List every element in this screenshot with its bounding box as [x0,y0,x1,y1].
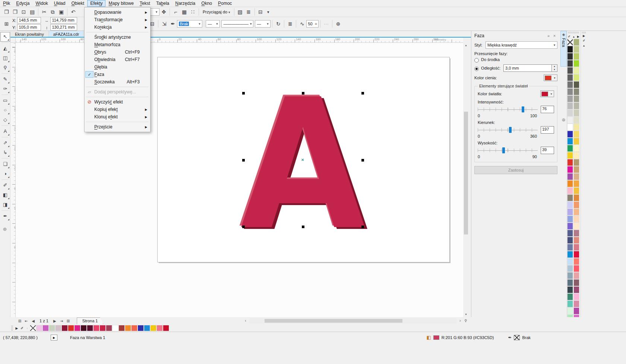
color-swatch[interactable] [573,293,579,300]
color-swatch[interactable] [93,325,99,331]
color-swatch[interactable] [567,265,573,272]
color-swatch[interactable] [567,293,573,300]
color-swatch[interactable] [567,272,573,279]
freehand-tool-icon[interactable]: ✎ [0,74,10,84]
color-swatch[interactable] [68,325,74,331]
selection-handle-se[interactable] [361,226,364,228]
horizontal-scroll-thumb[interactable] [265,319,402,323]
interactive-fill-tool-icon[interactable]: ◧ [0,190,10,200]
palette-drag-handle[interactable] [568,32,579,33]
color-swatch[interactable] [573,81,579,88]
menu-item-faza[interactable]: ✓Faza [85,71,150,78]
color-swatch[interactable] [36,325,42,331]
color-swatch[interactable] [567,279,573,286]
apply-button[interactable]: Zastosuj [474,166,557,174]
altitude-value-field[interactable]: 39 [541,147,554,154]
menu-item-obrys[interactable]: ObrysCtrl+F9 [85,48,150,56]
scroll-up-icon[interactable]: ▴ [463,43,469,48]
intensity-slider[interactable] [478,106,538,113]
palette-drag-handle[interactable] [11,326,13,331]
menu-item-dopasowanie[interactable]: Dopasowanie▶ [85,9,150,16]
color-swatch[interactable] [567,258,573,265]
color-swatch[interactable] [573,60,579,67]
color-swatch[interactable] [573,230,579,237]
bevel-style-combo[interactable]: Miękka krawędź▾ [486,41,557,49]
palette-flyout-icon[interactable]: ▶ [583,34,585,38]
direction-slider[interactable] [478,127,538,133]
first-page-icon[interactable]: ⇤ [23,319,30,323]
palette-flyout-icon[interactable]: ▶ [14,326,19,330]
selection-handle-s[interactable] [302,226,304,228]
color-swatch[interactable] [567,102,573,109]
palette-drag-handle[interactable] [582,32,586,33]
color-swatch[interactable] [567,116,573,124]
options-icon[interactable]: ≣ [244,8,253,16]
no-color-swatch[interactable] [30,325,36,331]
color-swatch[interactable] [144,325,150,331]
zoom-tool-icon[interactable]: ⚲ [0,63,10,73]
menu-układ[interactable]: Układ [51,0,69,7]
color-swatch[interactable] [125,325,131,331]
connector-tool-icon[interactable]: ↳ [0,148,10,157]
color-swatch[interactable] [567,152,573,159]
scroll-left-icon[interactable]: ‹ [243,318,248,323]
color-swatch[interactable] [573,74,579,81]
palette-eyedropper-icon[interactable]: ✐ [583,39,585,42]
color-swatch[interactable] [567,208,573,215]
color-swatch[interactable] [573,201,579,208]
vertical-scroll-thumb[interactable] [464,112,468,234]
menu-edycja[interactable]: Edycja [13,0,32,7]
selection-handle-e[interactable] [361,159,364,162]
scroll-down-icon[interactable]: ▾ [463,312,469,317]
page-tab[interactable]: Strona 1 [77,317,104,324]
rectangle-tool-icon[interactable]: ▭ [0,96,10,105]
menu-item-klonuj-efekt[interactable]: Klonuj efekt▶ [85,113,150,121]
color-swatch[interactable] [573,39,579,46]
menu-obiekt[interactable]: Obiekt [68,0,87,7]
color-swatch[interactable] [573,152,579,159]
scroll-right-icon[interactable]: › [458,318,463,323]
outline-width-combo[interactable]: Brak▾ [177,20,202,28]
open-icon[interactable]: ❒ [11,8,19,16]
menu-narzędzia[interactable]: Narzędzia [172,0,198,7]
color-swatch[interactable] [567,95,573,102]
color-swatch[interactable] [567,131,573,138]
color-swatch[interactable] [573,67,579,74]
radio-to-center[interactable]: Do środka [474,57,557,62]
object-height-field[interactable]: 130,271 mm [50,24,77,31]
color-swatch[interactable] [567,300,573,307]
color-swatch[interactable] [573,286,579,293]
add-page-icon[interactable]: ⊞ [16,319,23,323]
status-flyout-button[interactable]: ▶ [51,335,57,341]
color-swatch[interactable] [567,60,573,67]
menu-item-korekcja[interactable]: Korekcja▶ [85,23,150,31]
color-swatch[interactable] [567,187,573,194]
save-icon[interactable]: ⊡ [19,8,28,16]
color-swatch[interactable] [567,201,573,208]
color-swatch[interactable] [567,194,573,201]
color-swatch[interactable] [573,138,579,145]
color-swatch[interactable] [573,272,579,279]
distance-field[interactable]: 3,0 mm [503,64,552,72]
snap-icon[interactable]: ∷ [189,8,197,16]
no-color-swatch[interactable] [567,39,573,46]
line-start-combo[interactable]: —▾ [206,20,220,28]
tab-welcome-screen[interactable]: Ekran powitalny [10,31,49,37]
color-swatch[interactable] [573,223,579,230]
polygon-tool-icon[interactable]: ◇ [0,115,10,125]
snap-to-dropdown[interactable]: Przyciągaj do ▾ [200,10,233,14]
palette-scroll-left-icon[interactable]: ‹ [25,326,30,330]
menu-efekty[interactable]: Efekty [87,0,105,7]
docker-tab-faza[interactable]: ◈ Faza [560,31,567,67]
distance-spinner[interactable]: ▲▼ [552,64,557,72]
import-image-icon[interactable]: ▧ [236,8,244,16]
color-swatch[interactable] [567,237,573,244]
palette-scroll-up-icon[interactable]: ▴ [583,44,585,47]
color-swatch[interactable] [567,109,573,116]
menu-mapy-bitowe[interactable]: Mapy bitowe [105,0,136,7]
color-swatch[interactable] [573,279,579,286]
color-swatch[interactable] [573,208,579,215]
color-swatch[interactable] [573,124,579,131]
object-width-field[interactable]: 114,759 mm [50,17,77,23]
palette-eyedropper-icon[interactable]: ✐ [568,35,570,38]
